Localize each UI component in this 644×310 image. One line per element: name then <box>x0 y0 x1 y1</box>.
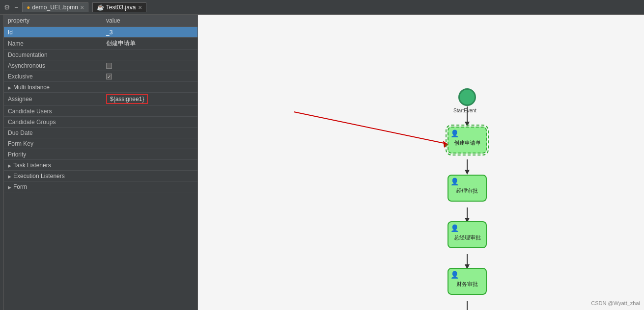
task-label-1: 创建申请单 <box>454 139 481 147</box>
task-node-1[interactable]: 👤 创建申请单 <box>448 127 487 154</box>
task-node-2[interactable]: 👤 经理审批 <box>448 175 487 202</box>
prop-value-priority[interactable] <box>102 149 197 160</box>
prop-name-task-listeners: ▶Task Listeners <box>4 160 102 171</box>
prop-name-form: ▶Form <box>4 181 102 192</box>
col-property: property <box>4 15 102 27</box>
task-node-3[interactable]: 👤 总经理审批 <box>448 221 487 248</box>
prop-name-due-date: Due Date <box>4 128 102 138</box>
prop-name-candidate-users: Candidate Users <box>4 106 102 117</box>
properties-panel: property value Id _3 Name 创建申请单 Document… <box>4 15 198 310</box>
table-row[interactable]: Documentation <box>4 50 197 60</box>
expand-triangle-exec: ▶ <box>8 174 11 179</box>
java-file-icon: ☕ <box>97 4 104 11</box>
prop-value-candidate-groups[interactable] <box>102 117 197 128</box>
svg-line-9 <box>294 112 447 144</box>
table-row[interactable]: Assignee ${assignee1} <box>4 93 197 106</box>
table-row[interactable]: Candidate Users <box>4 106 197 117</box>
assignee-value-box[interactable]: ${assignee1} <box>106 94 148 104</box>
table-row[interactable]: ▶Multi Instance <box>4 82 197 93</box>
prop-name-priority: Priority <box>4 149 102 160</box>
properties-table: property value Id _3 Name 创建申请单 Document… <box>4 15 197 192</box>
table-row[interactable]: Asynchronous <box>4 60 197 71</box>
watermark: CSDN @Wyatt_zhai <box>591 300 640 306</box>
prop-value-candidate-users[interactable] <box>102 106 197 117</box>
sidebar-label <box>0 15 4 310</box>
prop-value-id[interactable]: _3 <box>102 27 197 38</box>
prop-name-doc: Documentation <box>4 50 102 60</box>
prop-value-exec-listeners <box>102 171 197 181</box>
expand-triangle-form: ▶ <box>8 185 11 190</box>
table-row[interactable]: Form Key <box>4 138 197 149</box>
prop-value-form <box>102 181 197 192</box>
prop-value-assignee[interactable]: ${assignee1} <box>102 93 197 106</box>
prop-value-due-date[interactable] <box>102 128 197 138</box>
minimize-icon[interactable]: − <box>14 3 18 11</box>
expand-triangle-task: ▶ <box>8 163 11 168</box>
gear-icon[interactable]: ⚙ <box>4 3 10 11</box>
title-bar: ⚙ − ● demo_UEL.bpmn ✕ ☕ Test03.java ✕ <box>0 0 644 15</box>
prop-name-exec-listeners: ▶Execution Listeners <box>4 171 102 181</box>
prop-name-assignee: Assignee <box>4 93 102 106</box>
prop-name-form-key: Form Key <box>4 138 102 149</box>
prop-name-candidate-groups: Candidate Groups <box>4 117 102 128</box>
diagram-canvas[interactable]: StartEvent 👤 创建申请单 👤 经理审批 👤 总经理审批 👤 财务审批… <box>198 15 644 310</box>
table-row[interactable]: ▶Task Listeners <box>4 160 197 171</box>
prop-value-exclusive[interactable]: ✓ <box>102 71 197 82</box>
tab-bpmn-close[interactable]: ✕ <box>80 5 84 10</box>
task-label-4: 财务审批 <box>456 281 478 288</box>
task-icon-2: 👤 <box>450 178 459 185</box>
exclusive-checkbox[interactable]: ✓ <box>106 74 112 79</box>
table-header-row: property value <box>4 15 197 27</box>
col-value: value <box>102 15 197 27</box>
main-content: property value Id _3 Name 创建申请单 Document… <box>0 15 644 310</box>
table-row[interactable]: ▶Form <box>4 181 197 192</box>
table-row[interactable]: Exclusive ✓ <box>4 71 197 82</box>
canvas-svg <box>198 15 640 310</box>
task-icon-1: 👤 <box>450 129 459 137</box>
svg-marker-3 <box>465 170 470 175</box>
table-row[interactable]: Priority <box>4 149 197 160</box>
prop-name-async: Asynchronous <box>4 60 102 71</box>
prop-value-async[interactable] <box>102 60 197 71</box>
prop-value-doc[interactable] <box>102 50 197 60</box>
tab-java-close[interactable]: ✕ <box>138 5 142 10</box>
start-event-label: StartEvent <box>453 108 476 113</box>
prop-value-multi <box>102 82 197 93</box>
task-label-3: 总经理审批 <box>454 234 481 241</box>
task-label-2: 经理审批 <box>456 187 478 195</box>
bpmn-file-icon: ● <box>27 4 30 11</box>
prop-name-multi: ▶Multi Instance <box>4 82 102 93</box>
prop-name-exclusive: Exclusive <box>4 71 102 82</box>
task-icon-4: 👤 <box>450 271 459 279</box>
prop-value-name[interactable]: 创建申请单 <box>102 38 197 50</box>
tab-bpmn-label: demo_UEL.bpmn <box>32 4 78 11</box>
tab-java-label: Test03.java <box>106 4 136 11</box>
table-row[interactable]: Name 创建申请单 <box>4 38 197 50</box>
table-row[interactable]: ▶Execution Listeners <box>4 171 197 181</box>
prop-name-id: Id <box>4 27 102 38</box>
table-row[interactable]: Candidate Groups <box>4 117 197 128</box>
task-node-4[interactable]: 👤 财务审批 <box>448 268 487 295</box>
task-icon-3: 👤 <box>450 224 459 232</box>
prop-name-name: Name <box>4 38 102 50</box>
expand-triangle: ▶ <box>8 85 11 90</box>
table-row[interactable]: Due Date <box>4 128 197 138</box>
prop-value-task-listeners <box>102 160 197 171</box>
prop-value-form-key[interactable] <box>102 138 197 149</box>
table-row[interactable]: Id _3 <box>4 27 197 38</box>
tab-java[interactable]: ☕ Test03.java ✕ <box>92 2 146 12</box>
tab-bpmn[interactable]: ● demo_UEL.bpmn ✕ <box>22 2 88 12</box>
start-event[interactable] <box>458 88 476 106</box>
async-checkbox[interactable] <box>106 63 112 69</box>
svg-marker-1 <box>465 122 470 127</box>
